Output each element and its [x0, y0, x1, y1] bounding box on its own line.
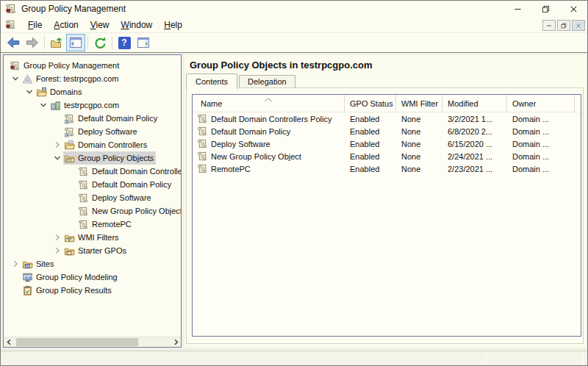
back-icon: [6, 35, 21, 50]
tab-contents[interactable]: Contents: [186, 73, 237, 89]
table-row[interactable]: Deploy Software Enabled None 6/15/2020 .…: [193, 137, 581, 150]
up-one-level-button[interactable]: [47, 34, 66, 51]
restore-icon: [542, 5, 550, 13]
chevron-expanded-icon[interactable]: [51, 151, 63, 165]
table-row[interactable]: New Group Policy Object Enabled None 2/2…: [193, 150, 581, 162]
chevron-collapsed-icon[interactable]: [9, 257, 21, 270]
child-minimize-button[interactable]: [542, 20, 556, 31]
tree-item-domain-testrpcgpo[interactable]: testrpcgpo.com: [4, 98, 181, 112]
list-header: Name GPO Status WMI Filter Modified Owne…: [193, 95, 581, 112]
scrollbar-track[interactable]: [14, 337, 171, 347]
tree-item-gpo-default-domain-controllers-policy[interactable]: Default Domain Controllers Policy: [4, 165, 181, 178]
gpo-link-icon: [63, 126, 75, 137]
column-header-owner[interactable]: Owner: [507, 95, 575, 112]
gpo-icon: [77, 165, 89, 177]
gpo-icon: [196, 163, 208, 175]
gpo-icon: [77, 179, 89, 190]
help-button[interactable]: ?: [115, 34, 134, 51]
sort-ascending-icon: [264, 96, 273, 104]
modified-date: 2/23/2021 ...: [442, 165, 507, 173]
table-row[interactable]: Default Domain Policy Enabled None 6/8/2…: [193, 125, 581, 137]
owner: Domain ...: [507, 152, 575, 161]
chevron-collapsed-icon[interactable]: [51, 231, 63, 244]
tree-item-forest[interactable]: Forest: testrpcgpo.com: [4, 72, 181, 85]
column-header-wmi-filter[interactable]: WMI Filter: [396, 95, 442, 112]
tree-item-gpo-new-group-policy-object[interactable]: New Group Policy Object: [4, 204, 181, 218]
tree-item-group-policy-management[interactable]: Group Policy Management: [4, 59, 181, 72]
status-bar: [1, 351, 587, 366]
gpo-icon: [196, 113, 208, 125]
menu-help[interactable]: Help: [158, 18, 188, 32]
close-button[interactable]: [559, 1, 587, 17]
table-row[interactable]: RemotePC Enabled None 2/23/2021 ... Doma…: [193, 162, 581, 175]
title-bar: Group Policy Management: [1, 1, 587, 17]
chevron-expanded-icon[interactable]: [9, 72, 21, 85]
tree-item-group-policy-results[interactable]: Group Policy Results: [4, 284, 181, 297]
tree-item-gpo-deploy-software[interactable]: Deploy Software: [4, 191, 181, 204]
menu-window[interactable]: Window: [115, 18, 159, 32]
child-restore-button[interactable]: [557, 20, 570, 31]
tree-item-default-domain-policy-link[interactable]: Default Domain Policy: [4, 112, 181, 125]
close-icon: [570, 5, 578, 13]
restore-button[interactable]: [531, 1, 559, 17]
scrollbar-thumb[interactable]: [16, 338, 138, 346]
column-header-modified[interactable]: Modified: [442, 95, 507, 112]
chevron-placeholder: [9, 284, 21, 297]
up-one-level-icon: [49, 35, 64, 50]
gpo-icon: [196, 138, 208, 150]
refresh-button[interactable]: [90, 34, 110, 51]
minimize-button[interactable]: [503, 1, 531, 17]
domains-folder-icon: [35, 86, 47, 98]
chevron-expanded-icon[interactable]: [23, 85, 35, 98]
gpo-name: New Group Policy Object: [211, 152, 301, 161]
console-tree-pane: Group Policy Management Forest: testrpcg…: [3, 54, 182, 348]
tree-item-label: Group Policy Objects: [78, 154, 154, 162]
tree-item-label: Group Policy Modeling: [36, 273, 118, 281]
tree-item-deploy-software-link[interactable]: Deploy Software: [4, 125, 181, 138]
gpo-status: Enabled: [345, 115, 396, 123]
tree-item-label: Domain Controllers: [78, 140, 147, 149]
menu-view[interactable]: View: [85, 18, 115, 32]
tree-item-group-policy-objects[interactable]: Group Policy Objects: [4, 151, 181, 165]
scroll-right-arrow[interactable]: [171, 337, 181, 347]
tree-item-label: testrpcgpo.com: [64, 101, 119, 110]
chevron-collapsed-icon[interactable]: [51, 244, 63, 257]
chevron-placeholder: [51, 125, 63, 138]
chevron-expanded-icon[interactable]: [37, 98, 49, 112]
table-row[interactable]: Default Domain Controllers Policy Enable…: [193, 112, 581, 125]
menu-action[interactable]: Action: [48, 18, 84, 32]
chevron-placeholder: [65, 218, 77, 231]
gpo-icon: [77, 218, 89, 230]
menu-file[interactable]: File: [22, 18, 48, 32]
horizontal-scrollbar[interactable]: [4, 337, 181, 347]
result-pane: Group Policy Objects in testrpcgpo.com C…: [184, 54, 586, 348]
forward-button[interactable]: [23, 34, 42, 51]
forest-icon: [21, 73, 33, 85]
column-header-gpo-status[interactable]: GPO Status: [345, 95, 396, 112]
chevron-placeholder: [65, 191, 77, 204]
toolbar-separator: [44, 36, 45, 49]
child-close-button[interactable]: [572, 20, 585, 31]
tree-item-gpo-default-domain-policy[interactable]: Default Domain Policy: [4, 178, 181, 191]
wmi-filters-folder-icon: [63, 232, 75, 243]
tree-item-group-policy-modeling[interactable]: Group Policy Modeling: [4, 270, 181, 284]
tree-item-starter-gpos[interactable]: Starter GPOs: [4, 244, 181, 257]
tree-item-wmi-filters[interactable]: WMI Filters: [4, 231, 181, 244]
show-console-tree-button[interactable]: [66, 34, 85, 51]
main-area: Group Policy Management Forest: testrpcg…: [1, 53, 587, 351]
scroll-left-arrow[interactable]: [4, 337, 14, 347]
tab-delegation[interactable]: Delegation: [239, 75, 295, 88]
chevron-collapsed-icon[interactable]: [51, 138, 63, 151]
tree-item-sites[interactable]: Sites: [4, 257, 181, 270]
back-button[interactable]: [4, 34, 23, 51]
tree-item-domains[interactable]: Domains: [4, 85, 181, 98]
minimize-icon: [546, 23, 552, 29]
gpo-name: Default Domain Controllers Policy: [211, 115, 331, 123]
show-action-pane-button[interactable]: [134, 34, 153, 51]
wmi-filter: None: [396, 165, 442, 173]
gpo-name: Deploy Software: [211, 140, 270, 148]
tree-item-gpo-remotepc[interactable]: RemotePC: [4, 218, 181, 231]
tree-item-domain-controllers[interactable]: Domain Controllers: [4, 138, 181, 151]
contents-tab-panel: Name GPO Status WMI Filter Modified Owne…: [186, 87, 584, 344]
tree-item-label: New Group Policy Object: [92, 207, 181, 215]
